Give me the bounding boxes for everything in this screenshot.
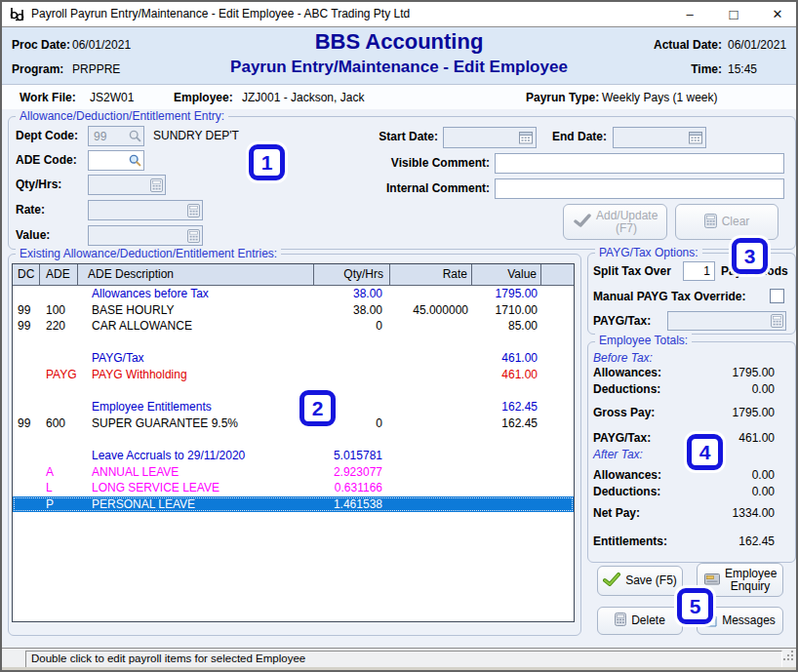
table-cell-desc: Leave Accruals to 29/11/2020 xyxy=(78,448,314,464)
visible-comment-field[interactable] xyxy=(495,153,784,174)
table-cell-desc: PAYG Withholding xyxy=(78,367,314,383)
internal-comment-label: Internal Comment: xyxy=(373,181,490,195)
dept-code-field[interactable]: 99 xyxy=(88,126,144,146)
ade-code-field[interactable] xyxy=(88,150,144,171)
table-cell-desc: Employee Entitlements xyxy=(78,399,314,415)
table-cell-rate xyxy=(390,383,472,400)
table-cell-ade: 100 xyxy=(40,302,78,319)
split-tax-field[interactable]: 1 xyxy=(683,261,715,281)
entries-group-label: Existing Allowance/Deduction/Entitlement… xyxy=(16,247,281,260)
add-update-label: Add/Update (F7) xyxy=(596,210,657,235)
qty-hrs-field[interactable] xyxy=(88,175,166,195)
delete-label: Delete xyxy=(631,614,665,627)
internal-comment-field[interactable] xyxy=(495,178,784,199)
resize-grip[interactable] xyxy=(783,648,794,665)
maximize-button[interactable]: □ xyxy=(719,2,748,26)
employee-label: Employee: xyxy=(174,91,233,104)
table-cell-dc xyxy=(13,350,40,367)
title-bar: Payroll Payrun Entry/Maintenance - Edit … xyxy=(2,2,796,27)
table-cell-value: 1795.00 xyxy=(472,286,541,302)
column-header-ade[interactable]: ADE xyxy=(40,264,78,285)
employee-enquiry-label: Employee Enquiry xyxy=(725,568,776,593)
table-cell-value: 461.00 xyxy=(472,367,541,383)
table-row[interactable]: 99100BASE HOURLY38.0045.0000001710.00 xyxy=(13,302,574,319)
table-cell-rate xyxy=(390,415,472,432)
save-button[interactable]: Save (F5) xyxy=(597,566,683,596)
table-cell-qty xyxy=(314,335,390,351)
table-row[interactable]: Allowances before Tax38.001795.00 xyxy=(13,286,574,302)
entry-group-label: Allowance/Deduction/Entitlement Entry: xyxy=(16,109,228,123)
table-cell-dc xyxy=(13,464,40,481)
end-date-calendar-icon[interactable] xyxy=(689,131,703,144)
column-header-dc[interactable]: DC xyxy=(13,264,40,285)
actual-date-value: 06/01/2021 xyxy=(728,38,786,52)
column-header-value[interactable]: Value xyxy=(472,264,541,285)
ade-code-lookup-icon[interactable] xyxy=(129,154,141,167)
time-label: Time: xyxy=(607,62,722,76)
work-file-value: JS2W01 xyxy=(90,91,134,104)
end-date-field[interactable] xyxy=(613,127,706,148)
dept-code-lookup-icon[interactable] xyxy=(129,130,141,142)
table-row[interactable] xyxy=(13,335,574,351)
clear-button[interactable]: Clear xyxy=(675,204,778,240)
clear-label: Clear xyxy=(722,216,750,228)
table-cell-desc xyxy=(78,431,314,448)
table-cell-rate xyxy=(390,464,472,481)
net-pay-label: Net Pay: xyxy=(593,506,640,520)
table-cell-desc: Allowances before Tax xyxy=(78,286,314,302)
table-cell-ade xyxy=(40,448,78,464)
delete-calculator-icon xyxy=(615,613,626,629)
column-header-rate[interactable]: Rate xyxy=(390,264,472,285)
table-cell-value: 85.00 xyxy=(472,318,541,335)
split-tax-value: 1 xyxy=(684,264,714,278)
add-update-button[interactable]: Add/Update (F7) xyxy=(563,204,667,240)
table-row[interactable]: PAYGPAYG Withholding461.00 xyxy=(13,367,574,383)
table-row[interactable]: AANNUAL LEAVE2.923077 xyxy=(13,464,574,481)
table-cell-qty: 1.461538 xyxy=(314,496,390,513)
table-row[interactable] xyxy=(13,431,574,448)
table-cell-desc: BASE HOURLY xyxy=(78,302,314,319)
qty-calculator-icon xyxy=(150,178,163,192)
value-field[interactable] xyxy=(88,225,203,246)
value-calculator-icon xyxy=(187,229,200,243)
payg-tax-field[interactable] xyxy=(667,311,786,331)
gross-pay-label: Gross Pay: xyxy=(593,406,655,419)
before-allowances-value: 1795.00 xyxy=(665,366,775,379)
table-cell-desc xyxy=(78,383,314,400)
table-row[interactable]: Leave Accruals to 29/11/20205.015781 xyxy=(13,448,574,464)
manual-payg-override-checkbox[interactable] xyxy=(770,289,784,303)
minimize-button[interactable]: – xyxy=(675,2,704,26)
split-tax-label: Split Tax Over xyxy=(593,264,671,278)
before-allowances-label: Allowances: xyxy=(593,366,661,379)
column-header-description[interactable]: ADE Description xyxy=(78,264,314,285)
table-cell-value: 1710.00 xyxy=(472,302,541,319)
table-cell-desc: CAR ALLOWANCE xyxy=(78,318,314,335)
table-row[interactable]: PPERSONAL LEAVE1.461538 xyxy=(13,496,574,513)
table-row[interactable]: LLONG SERVICE LEAVE0.631166 xyxy=(13,480,574,496)
table-row[interactable] xyxy=(13,383,574,400)
rate-label: Rate: xyxy=(16,203,45,217)
table-cell-rate xyxy=(390,367,472,383)
table-row[interactable]: Employee Entitlements162.45 xyxy=(13,399,574,415)
start-date-field[interactable] xyxy=(443,127,537,148)
table-row[interactable]: PAYG/Tax461.00 xyxy=(13,350,574,367)
table-cell-value xyxy=(472,464,541,481)
close-button[interactable]: ✕ xyxy=(763,2,792,26)
dept-code-value: 99 xyxy=(89,130,129,143)
table-cell-rate xyxy=(390,480,472,496)
table-row[interactable]: 99600SUPER GUARANTEE 9.5%0162.45 xyxy=(13,415,574,432)
table-cell-value xyxy=(472,335,541,351)
table-cell-value: 162.45 xyxy=(472,399,541,415)
entries-table-body: Allowances before Tax38.001795.0099100BA… xyxy=(13,286,574,512)
table-cell-dc: 99 xyxy=(13,415,40,432)
table-cell-dc xyxy=(13,286,40,302)
table-cell-ade xyxy=(40,383,78,400)
table-cell-value xyxy=(472,496,541,513)
table-row[interactable]: 99220CAR ALLOWANCE085.00 xyxy=(13,318,574,335)
delete-button[interactable]: Delete xyxy=(597,607,683,635)
table-cell-value xyxy=(472,431,541,448)
column-header-qty[interactable]: Qty/Hrs xyxy=(314,264,390,285)
table-cell-dc xyxy=(13,399,40,415)
rate-field[interactable] xyxy=(88,200,203,220)
payg-tax-label: PAYG/Tax: xyxy=(593,314,651,328)
